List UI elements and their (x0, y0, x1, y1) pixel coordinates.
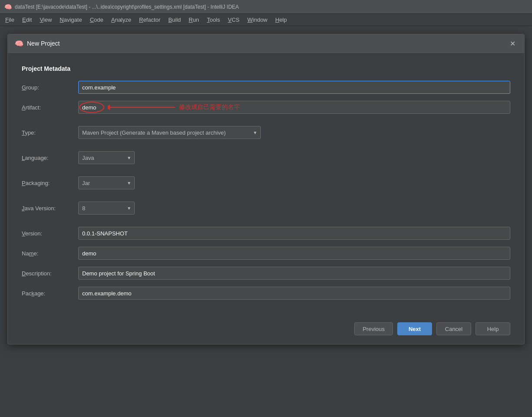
title-bar-text: dataTest [E:\javacode\dataTest] - ...\..… (15, 4, 239, 10)
previous-button[interactable]: Previous (354, 322, 393, 335)
menu-analyze[interactable]: Analyze (108, 15, 135, 25)
packaging-row: Packaging: Jar ▼ (22, 176, 510, 189)
java-version-label: Java Version: (22, 205, 78, 212)
group-row: Group: (22, 81, 510, 94)
language-label: Language: (22, 155, 78, 161)
menu-build[interactable]: Build (165, 15, 184, 25)
type-select-wrapper: Maven Project (Generate a Maven based pr… (78, 126, 261, 139)
dialog-footer: Previous Next Cancel Help (8, 315, 524, 344)
language-control: Java ▼ (78, 151, 510, 164)
artifact-row: Artifact: (22, 101, 510, 114)
group-input[interactable] (78, 81, 510, 94)
name-row: Name: (22, 247, 510, 260)
group-label: Group: (22, 84, 78, 91)
version-input[interactable] (78, 227, 510, 240)
version-row: Version: (22, 227, 510, 240)
language-select[interactable]: Java (78, 151, 135, 164)
artifact-input[interactable] (78, 101, 510, 114)
app-icon: 🧠 (4, 3, 11, 10)
cancel-button[interactable]: Cancel (436, 322, 471, 335)
description-input[interactable] (78, 267, 510, 280)
packaging-select-wrapper: Jar ▼ (78, 176, 135, 189)
description-row: Description: (22, 267, 510, 280)
description-label: Description: (22, 270, 78, 277)
next-button[interactable]: Next (397, 322, 432, 335)
menu-navigate[interactable]: Navigate (56, 15, 85, 25)
java-version-select[interactable]: 8 (78, 202, 135, 215)
menu-refactor[interactable]: Refactor (136, 15, 164, 25)
packaging-control: Jar ▼ (78, 176, 510, 189)
section-title: Project Metadata (22, 65, 510, 72)
package-label: Package: (22, 290, 78, 297)
language-select-wrapper: Java ▼ (78, 151, 135, 164)
packaging-select[interactable]: Jar (78, 176, 135, 189)
name-input[interactable] (78, 247, 510, 260)
main-area: 🧠 New Project ✕ Project Metadata Group: … (0, 26, 532, 352)
artifact-control: 修改成自己需要的名字 (78, 101, 510, 114)
type-row: Type: Maven Project (Generate a Maven ba… (22, 126, 510, 139)
packaging-label: Packaging: (22, 180, 78, 186)
menu-edit[interactable]: Edit (19, 15, 35, 25)
java-version-control: 8 ▼ (78, 202, 510, 215)
name-control (78, 247, 510, 260)
type-label: Type: (22, 129, 78, 136)
menu-code[interactable]: Code (86, 15, 107, 25)
dialog-title: 🧠 New Project (15, 40, 60, 48)
artifact-label: Artifact: (22, 104, 78, 111)
new-project-dialog: 🧠 New Project ✕ Project Metadata Group: … (7, 34, 525, 344)
help-button[interactable]: Help (475, 322, 510, 335)
version-label: Version: (22, 230, 78, 237)
dialog-title-bar: 🧠 New Project ✕ (8, 34, 524, 53)
package-control (78, 287, 510, 300)
description-control (78, 267, 510, 280)
package-input[interactable] (78, 287, 510, 300)
package-row: Package: (22, 287, 510, 300)
menu-window[interactable]: Window (244, 15, 271, 25)
group-control (78, 81, 510, 94)
menu-tools[interactable]: Tools (203, 15, 223, 25)
menu-vcs[interactable]: VCS (224, 15, 243, 25)
menu-bar: File Edit View Navigate Code Analyze Ref… (0, 14, 532, 26)
menu-view[interactable]: View (36, 15, 55, 25)
java-version-row: Java Version: 8 ▼ (22, 202, 510, 215)
menu-help[interactable]: Help (272, 15, 290, 25)
version-control (78, 227, 510, 240)
menu-file[interactable]: File (2, 15, 18, 25)
dialog-close-button[interactable]: ✕ (508, 39, 517, 48)
menu-run[interactable]: Run (185, 15, 203, 25)
type-select[interactable]: Maven Project (Generate a Maven based pr… (78, 126, 261, 139)
title-bar: 🧠 dataTest [E:\javacode\dataTest] - ...\… (0, 0, 532, 14)
type-control: Maven Project (Generate a Maven based pr… (78, 126, 510, 139)
name-label: Name: (22, 250, 78, 257)
language-row: Language: Java ▼ (22, 151, 510, 164)
java-version-select-wrapper: 8 ▼ (78, 202, 135, 215)
dialog-content: Project Metadata Group: Artifact: (8, 53, 524, 315)
